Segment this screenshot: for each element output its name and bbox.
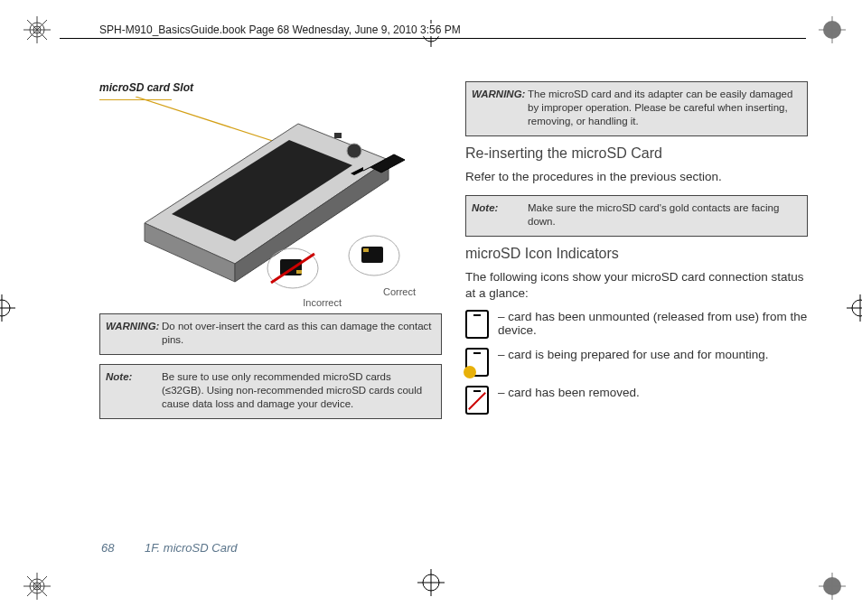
warning-label: WARNING: [472,88,524,101]
right-column: WARNING: The microSD card and its adapte… [465,81,808,424]
svg-line-46 [271,254,314,283]
doc-header-line: SPH-M910_BasicsGuide.book Page 68 Wednes… [96,23,464,36]
sd-unmounted-icon [465,310,489,339]
crop-mark-solid-icon [819,573,846,600]
left-column: microSD card Slot [99,81,442,424]
note-label: Note: [106,370,158,384]
warning-text: The microSD card and its adapter can be … [528,88,801,128]
svg-rect-45 [296,270,302,274]
note-text: Be sure to use only recommended microSD … [162,370,436,411]
svg-rect-42 [363,248,369,252]
note-label: Note: [472,201,524,215]
sd-removed-icon [465,386,489,415]
slot-label: microSD card Slot [99,81,193,94]
header-rule [60,38,806,39]
heading-icons: microSD Icon Indicators [465,246,808,262]
list-item: – card is being prepared for use and for… [465,348,808,377]
svg-point-35 [347,144,361,158]
section-title: 1F. microSD Card [145,541,237,555]
phone-illustration: Correct Incorrect [99,97,425,304]
note-text: Make sure the microSD card's gold contac… [528,201,801,229]
crop-mark-cross-icon [847,294,862,322]
sd-preparing-icon [465,348,489,377]
list-item: – card has been removed. [465,386,808,415]
gear-icon [464,366,476,378]
svg-rect-36 [334,133,342,138]
note-box: Note: Be sure to use only recommended mi… [99,364,442,419]
crop-mark-solid-icon [819,16,846,43]
crop-mark-radial-icon [23,573,51,600]
para-icons: The following icons show your microSD ca… [465,269,808,303]
crop-mark-radial-icon [23,16,51,43]
page-number: 68 [101,541,114,555]
page-footer: 68 1F. microSD Card [101,541,237,555]
icon-indicator-list: – card has been unmounted (released from… [465,310,808,415]
warning-box: WARNING: Do not over-insert the card as … [99,313,442,355]
heading-reinsert: Re-inserting the microSD Card [465,145,808,162]
correct-label: Correct [383,286,416,297]
crop-mark-cross-icon [0,294,15,322]
crop-mark-cross-icon [417,569,445,596]
list-item: – card has been unmounted (released from… [465,310,808,339]
warning-text: Do not over-insert the card as this can … [162,320,436,347]
para-reinsert: Refer to the procedures in the previous … [465,169,808,186]
icon-desc: – card has been removed. [498,386,808,399]
warning-label: WARNING: [106,320,158,333]
note-box: Note: Make sure the microSD card's gold … [465,195,808,237]
icon-desc: – card has been unmounted (released from… [498,310,808,337]
incorrect-label: Incorrect [303,297,342,308]
warning-box: WARNING: The microSD card and its adapte… [465,81,808,136]
icon-desc: – card is being prepared for use and for… [498,348,808,361]
